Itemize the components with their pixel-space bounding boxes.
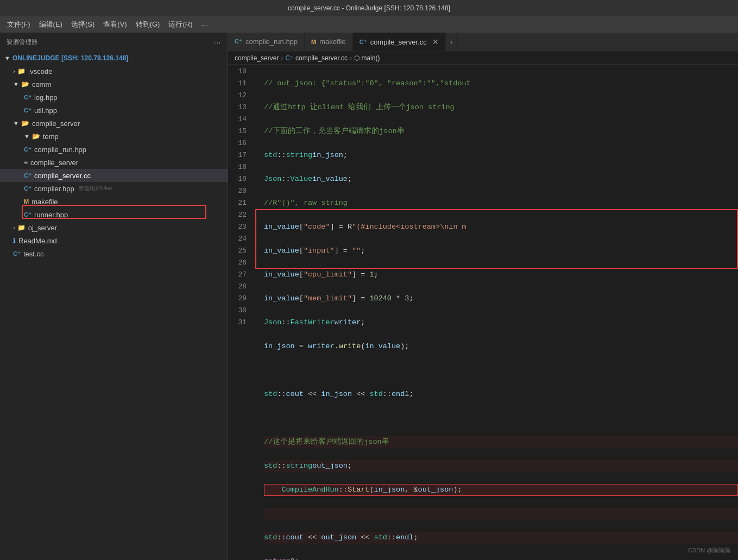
cpp-icon-7: C⁺	[13, 250, 21, 257]
code-line-20: Json::FastWriter writer;	[264, 317, 738, 329]
breadcrumb-part-3: ⬡ main()	[354, 54, 380, 62]
test-cc-label: test.cc	[23, 250, 44, 258]
editor-area: C⁺ compile_run.hpp M makefile C⁺ compile…	[228, 33, 738, 560]
sidebar-item-compile-server-bin[interactable]: ≡ compile_server	[0, 156, 228, 169]
log-hpp-label: log.hpp	[34, 93, 58, 102]
tab-label-3: compile_server.cc	[370, 38, 427, 46]
cs-bin-label: compile_server	[30, 159, 78, 167]
cpp-icon-2: C⁺	[24, 107, 31, 114]
sidebar-item-runner-hpp[interactable]: C⁺ runner.hpp	[0, 208, 228, 221]
sidebar-item-oj-server[interactable]: › 📁 oj_server	[0, 221, 228, 234]
menu-bar: 文件(F) 编辑(E) 选择(S) 查看(V) 转到(G) 运行(R) ···	[0, 16, 738, 33]
makefile-label: makefile	[31, 198, 58, 206]
code-line-19: in_value["mem_limit"] = 10240 * 3;	[264, 293, 738, 305]
breadcrumb-part-1: compile_server	[235, 54, 279, 62]
tab-icon-1: C⁺	[235, 38, 242, 45]
sidebar-item-comm[interactable]: ▼ 📂 comm	[0, 78, 228, 91]
sidebar-item-compile-run-hpp[interactable]: C⁺ compile_run.hpp	[0, 143, 228, 156]
breadcrumb-sep-2: ›	[350, 54, 352, 62]
sidebar-item-compile-server-cc[interactable]: C⁺ compile_server.cc	[0, 169, 228, 182]
folder-icon-3: 📁	[17, 224, 26, 231]
sidebar-header: 资源管理器 ···	[0, 33, 228, 52]
window-title: compile_server.cc - OnlineJudge [SSH: 12…	[288, 4, 450, 12]
runner-hpp-label: runner.hpp	[34, 211, 68, 219]
tab-compile-server-cc[interactable]: C⁺ compile_server.cc ✕	[353, 33, 446, 51]
compiler-hpp-label: compiler.hpp	[34, 185, 74, 193]
comm-label: comm	[32, 80, 51, 89]
cs-folder-arrow: ▼	[13, 120, 19, 127]
code-line-29: std::cout << out_json << std::endl;	[264, 532, 738, 544]
code-content[interactable]: // out_json: {"status":"0", "reason":"",…	[255, 65, 738, 560]
oj-server-label: oj_server	[28, 224, 57, 232]
cs-folder-label: compile_server	[32, 119, 80, 128]
code-editor[interactable]: 10 11 12 13 14 15 16 17 18 19 20 21 22 2…	[228, 65, 738, 560]
sidebar-item-makefile[interactable]: M makefile	[0, 195, 228, 208]
tab-label-1: compile_run.hpp	[245, 37, 298, 46]
tab-compile-run-hpp[interactable]: C⁺ compile_run.hpp	[228, 33, 305, 51]
sidebar-item-temp[interactable]: ▼ 📂 temp	[0, 130, 228, 143]
cpp-icon: C⁺	[24, 94, 31, 101]
tab-bar: C⁺ compile_run.hpp M makefile C⁺ compile…	[228, 33, 738, 52]
folder-open-icon-2: 📂	[21, 119, 29, 127]
cpp-icon-6: C⁺	[24, 211, 31, 218]
sidebar-item-log-hpp[interactable]: C⁺ log.hpp	[0, 91, 228, 104]
cpp-icon-3: C⁺	[24, 146, 31, 153]
menu-goto[interactable]: 转到(G)	[131, 17, 165, 32]
util-hpp-label: util.hpp	[34, 106, 57, 115]
tab-overflow[interactable]: ›	[446, 33, 458, 51]
folder-open-icon: 📂	[21, 80, 29, 88]
makefile-icon: M	[24, 198, 29, 205]
folder-icon: 📁	[17, 67, 26, 75]
sidebar-item-test-cc[interactable]: C⁺ test.cc	[0, 247, 228, 260]
compile-run-hpp-label: compile_run.hpp	[34, 146, 86, 154]
menu-file[interactable]: 文件(F)	[3, 17, 35, 32]
temp-label: temp	[43, 133, 59, 141]
root-arrow: ▼	[4, 55, 10, 61]
code-line-12: //下面的工作，充当客户端请求的json串	[264, 125, 738, 137]
code-line-22	[264, 364, 738, 376]
tab-icon-2: M	[311, 39, 316, 45]
code-line-10: // out_json: {"status":"0", "reason":"",…	[264, 78, 738, 90]
breadcrumb-part-2b: compile_server.cc	[295, 54, 348, 62]
cpp-icon-5: C⁺	[24, 185, 31, 192]
menu-view[interactable]: 查看(V)	[99, 17, 131, 32]
menu-run[interactable]: 运行(R)	[164, 17, 197, 32]
vscode-label: .vscode	[28, 67, 53, 75]
code-line-18: in_value["cpu_limit"] = 1;	[264, 269, 738, 281]
tab-close-button[interactable]: ✕	[432, 37, 439, 46]
code-line-17: in_value["input"] = "";	[264, 245, 738, 257]
folder-open-icon-3: 📂	[32, 133, 40, 140]
code-line-26: std::string out_json;	[264, 460, 738, 472]
code-line-28	[264, 508, 738, 520]
sidebar-root[interactable]: ▼ ONLINEJUDGE [SSH: 120.78.126.148]	[0, 52, 228, 65]
menu-select[interactable]: 选择(S)	[67, 17, 99, 32]
temp-arrow: ▼	[24, 133, 30, 140]
code-line-25: //这个是将来给客户端返回的json串	[264, 436, 738, 448]
sidebar-item-util-hpp[interactable]: C⁺ util.hpp	[0, 104, 228, 117]
sidebar-item-compiler-hpp[interactable]: C⁺ compiler.hpp 赞信用户14se	[0, 182, 228, 195]
vscode-arrow: ›	[13, 68, 15, 74]
compiler-hpp-note: 赞信用户14se	[79, 185, 112, 192]
sidebar-item-vscode[interactable]: › 📁 .vscode	[0, 65, 228, 78]
code-line-15: //R"()", raw string	[264, 197, 738, 209]
tab-makefile[interactable]: M makefile	[305, 33, 353, 51]
info-icon: ℹ	[13, 237, 16, 244]
sidebar-options-icon[interactable]: ···	[214, 38, 221, 47]
sidebar-item-readme[interactable]: ℹ ReadMe.md	[0, 234, 228, 247]
code-line-27: CompileAndRun::Start(in_json, &out_json)…	[264, 484, 738, 496]
readme-label: ReadMe.md	[18, 237, 57, 245]
title-bar: compile_server.cc - OnlineJudge [SSH: 12…	[0, 0, 738, 16]
code-line-30: return 0;	[264, 556, 738, 560]
code-line-23: std::cout << in_json << std::endl;	[264, 388, 738, 400]
menu-more[interactable]: ···	[197, 18, 211, 31]
tab-label-2: makefile	[319, 37, 345, 46]
sidebar-title: 资源管理器	[7, 38, 38, 46]
comm-arrow: ▼	[13, 81, 19, 87]
sidebar-item-compile-server-folder[interactable]: ▼ 📂 compile_server	[0, 117, 228, 130]
sidebar: 资源管理器 ··· ▼ ONLINEJUDGE [SSH: 120.78.126…	[0, 33, 228, 560]
menu-edit[interactable]: 编辑(E)	[35, 17, 67, 32]
line-numbers: 10 11 12 13 14 15 16 17 18 19 20 21 22 2…	[228, 65, 255, 560]
breadcrumb-part-2: C⁺	[285, 54, 293, 62]
main-layout: 资源管理器 ··· ▼ ONLINEJUDGE [SSH: 120.78.126…	[0, 33, 738, 560]
cpp-icon-4: C⁺	[24, 172, 31, 179]
